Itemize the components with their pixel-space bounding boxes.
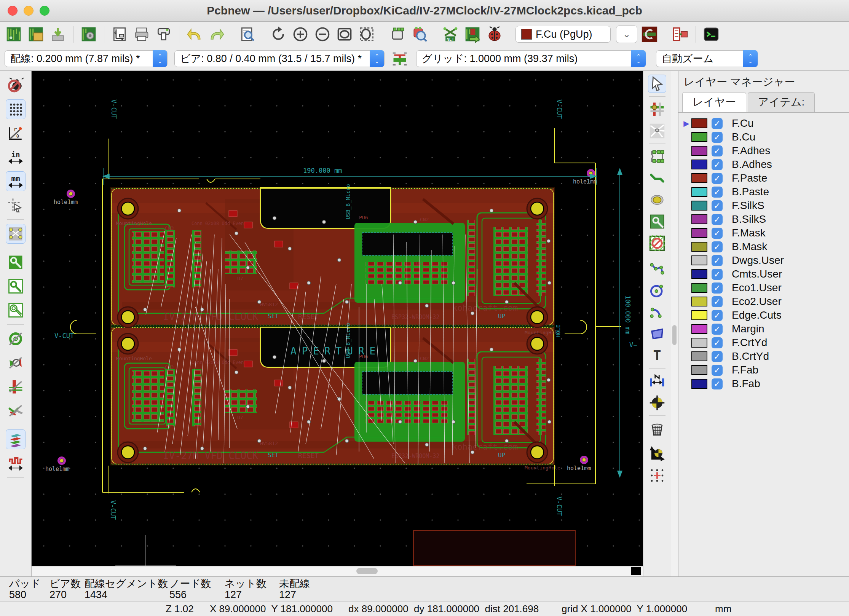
add-circle-button[interactable] bbox=[648, 281, 666, 300]
layer-row[interactable]: ✓Eco2.User bbox=[678, 295, 849, 308]
units-inch-toggle[interactable]: in bbox=[6, 147, 26, 167]
layer-pair-toggle-button[interactable] bbox=[640, 24, 659, 44]
layer-color-swatch[interactable] bbox=[691, 324, 707, 334]
local-ratsnest-button[interactable] bbox=[648, 122, 666, 140]
delete-tool-button[interactable] bbox=[648, 419, 666, 437]
add-dimension-button[interactable] bbox=[648, 372, 666, 390]
vias-sketch-toggle[interactable] bbox=[6, 329, 26, 349]
grid-origin-button[interactable] bbox=[648, 466, 666, 485]
layer-row[interactable]: ▶✓F.Cu bbox=[678, 116, 849, 130]
layer-row[interactable]: ✓B.SilkS bbox=[678, 212, 849, 226]
layer-color-swatch[interactable] bbox=[691, 242, 707, 252]
layer-row[interactable]: ✓B.CrtYd bbox=[678, 349, 849, 363]
ratsnest-visibility-toggle[interactable] bbox=[6, 224, 26, 244]
layer-color-swatch[interactable] bbox=[691, 269, 707, 279]
layer-row[interactable]: ✓F.Paste bbox=[678, 171, 849, 185]
layer-color-swatch[interactable] bbox=[691, 201, 707, 211]
tab-items[interactable]: アイテム: bbox=[748, 92, 815, 112]
layer-visibility-checkbox[interactable]: ✓ bbox=[712, 269, 723, 280]
footprint-viewer-button[interactable] bbox=[410, 24, 429, 44]
add-footprint-button[interactable] bbox=[648, 147, 666, 166]
via-size-select[interactable]: ビア: 0.80 / 0.40 mm (31.5 / 15.7 mils) * … bbox=[174, 50, 385, 67]
scripting-console-button[interactable] bbox=[701, 24, 721, 44]
layer-visibility-checkbox[interactable]: ✓ bbox=[712, 159, 723, 170]
board-setup-button[interactable] bbox=[79, 24, 99, 44]
zoom-select[interactable]: 自動ズーム ⌃⌄ bbox=[656, 50, 758, 67]
grid-visibility-toggle[interactable] bbox=[6, 99, 26, 119]
layer-visibility-checkbox[interactable]: ✓ bbox=[712, 228, 723, 239]
layer-visibility-checkbox[interactable]: ✓ bbox=[712, 378, 723, 389]
tab-layers[interactable]: レイヤー bbox=[682, 92, 746, 112]
find-button[interactable] bbox=[238, 24, 257, 44]
layer-visibility-checkbox[interactable]: ✓ bbox=[712, 132, 723, 143]
add-via-button[interactable] bbox=[648, 191, 666, 209]
layer-row[interactable]: ✓F.Fab bbox=[678, 363, 849, 377]
cross-probe-button[interactable] bbox=[670, 24, 690, 44]
layer-row[interactable]: ✓Dwgs.User bbox=[678, 254, 849, 267]
vertical-scrollbar[interactable] bbox=[671, 71, 678, 576]
tracks-sketch-toggle[interactable] bbox=[6, 377, 26, 397]
save-button[interactable] bbox=[48, 24, 68, 44]
zoom-out-button[interactable] bbox=[313, 24, 332, 44]
layer-row[interactable]: ✓B.Adhes bbox=[678, 158, 849, 171]
highlight-net-button[interactable] bbox=[648, 100, 666, 118]
horizontal-scrollbar[interactable] bbox=[32, 566, 643, 576]
layer-color-swatch[interactable] bbox=[691, 379, 707, 389]
polar-coords-toggle[interactable]: rθ bbox=[6, 123, 26, 143]
layer-visibility-checkbox[interactable]: ✓ bbox=[712, 187, 723, 198]
layer-color-swatch[interactable] bbox=[691, 351, 707, 361]
layer-row[interactable]: ✓B.Fab bbox=[678, 377, 849, 391]
page-settings-button[interactable] bbox=[110, 24, 129, 44]
high-contrast-toggle[interactable] bbox=[6, 401, 26, 421]
layer-color-swatch[interactable] bbox=[691, 187, 707, 197]
track-width-menu-button[interactable] bbox=[390, 49, 410, 69]
layer-row[interactable]: ✓F.Mask bbox=[678, 226, 849, 240]
layer-color-swatch[interactable] bbox=[691, 132, 707, 142]
cursor-shape-toggle[interactable] bbox=[6, 195, 26, 215]
layer-visibility-checkbox[interactable]: ✓ bbox=[712, 296, 723, 307]
layer-row[interactable]: ✓Margin bbox=[678, 322, 849, 336]
layer-color-swatch[interactable] bbox=[691, 338, 707, 348]
update-pcb-from-schematic-button[interactable] bbox=[463, 24, 482, 44]
print-button[interactable] bbox=[132, 24, 152, 44]
add-text-button[interactable]: T bbox=[648, 346, 666, 365]
layer-row[interactable]: ✓Edge.Cuts bbox=[678, 308, 849, 322]
refresh-view-button[interactable] bbox=[268, 24, 288, 44]
drill-place-origin-button[interactable] bbox=[648, 445, 666, 463]
net-list-button[interactable]: NET bbox=[440, 24, 460, 44]
layer-visibility-checkbox[interactable]: ✓ bbox=[712, 310, 723, 321]
pcb-canvas[interactable]: CN3 Conn_02x08_Odd_Even U7 HV5812 PU6 U6… bbox=[32, 71, 643, 566]
layer-row[interactable]: ✓Cmts.User bbox=[678, 267, 849, 281]
units-mm-toggle[interactable]: mm bbox=[6, 171, 26, 191]
zoom-fit-button[interactable] bbox=[335, 24, 354, 44]
layer-visibility-checkbox[interactable]: ✓ bbox=[712, 337, 723, 348]
undo-button[interactable] bbox=[185, 24, 204, 44]
drc-button[interactable] bbox=[485, 24, 504, 44]
add-graphic-line-button[interactable] bbox=[648, 260, 666, 278]
layer-color-swatch[interactable] bbox=[691, 297, 707, 306]
add-zone-button[interactable] bbox=[648, 212, 666, 231]
layer-visibility-checkbox[interactable]: ✓ bbox=[712, 145, 723, 156]
select-tool-button[interactable] bbox=[648, 75, 666, 93]
layer-visibility-checkbox[interactable]: ✓ bbox=[712, 241, 723, 252]
layer-color-swatch[interactable] bbox=[691, 173, 707, 183]
layer-row[interactable]: ✓B.Mask bbox=[678, 240, 849, 254]
layer-select-combo[interactable]: F.Cu (PgUp) bbox=[515, 26, 611, 43]
layer-row[interactable]: ✓B.Paste bbox=[678, 185, 849, 199]
layer-visibility-checkbox[interactable]: ✓ bbox=[712, 255, 723, 266]
layer-row[interactable]: ✓F.Adhes bbox=[678, 144, 849, 158]
plot-button[interactable] bbox=[154, 24, 174, 44]
layer-visibility-checkbox[interactable]: ✓ bbox=[712, 324, 723, 335]
layer-visibility-checkbox[interactable]: ✓ bbox=[712, 173, 723, 184]
layer-color-swatch[interactable] bbox=[691, 228, 707, 238]
filled-zones-toggle[interactable] bbox=[6, 252, 26, 272]
route-tracks-button[interactable] bbox=[648, 169, 666, 187]
layer-visibility-checkbox[interactable]: ✓ bbox=[712, 200, 723, 211]
zoom-in-button[interactable] bbox=[290, 24, 310, 44]
layer-visibility-checkbox[interactable]: ✓ bbox=[712, 282, 723, 294]
drc-off-toggle[interactable] bbox=[6, 75, 26, 95]
layer-color-swatch[interactable] bbox=[691, 255, 707, 265]
outline-zones-toggle[interactable] bbox=[6, 276, 26, 296]
track-width-select[interactable]: 配線: 0.200 mm (7.87 mils) * ⌃⌄ bbox=[5, 50, 168, 67]
layer-color-swatch[interactable] bbox=[691, 146, 707, 156]
